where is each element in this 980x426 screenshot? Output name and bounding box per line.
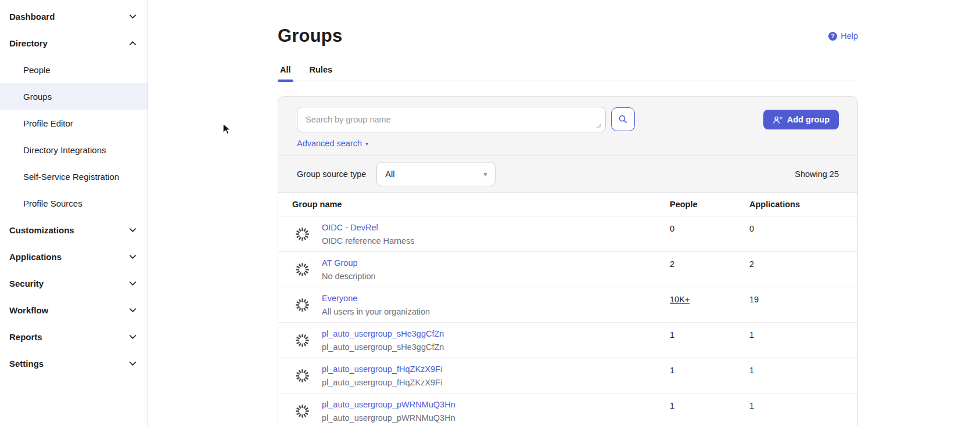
sidebar-item-label: Settings	[9, 359, 44, 369]
group-description: OIDC reference Harness	[322, 235, 415, 247]
sidebar-item-security[interactable]: Security	[0, 270, 148, 297]
people-count[interactable]: 10K+	[670, 293, 749, 305]
tab-bar: All Rules	[278, 62, 858, 81]
add-group-label: Add group	[787, 115, 830, 124]
group-icon	[295, 333, 310, 348]
sidebar-item-label: People	[23, 65, 51, 75]
sidebar-item-people[interactable]: People	[0, 56, 148, 83]
sidebar-item-label: Profile Sources	[23, 198, 82, 208]
chevron-down-icon	[128, 279, 137, 288]
search-section: Add group Advanced search ▾	[278, 97, 857, 156]
table-row: pl_auto_usergroup_fHqZKzX9Fi pl_auto_use…	[278, 358, 857, 393]
chevron-down-icon	[128, 226, 137, 234]
add-user-icon	[773, 115, 782, 124]
sidebar-item-self-service-registration[interactable]: Self-Service Registration	[0, 163, 148, 190]
group-name-link[interactable]: pl_auto_usergroup_sHe3ggCfZn	[322, 328, 444, 340]
selected-option: All	[385, 169, 394, 179]
page-title: Groups	[278, 26, 342, 46]
applications-count: 1	[749, 399, 843, 411]
advanced-search-link[interactable]: Advanced search ▾	[297, 139, 368, 148]
applications-count: 1	[749, 363, 843, 376]
help-icon: ?	[828, 32, 837, 41]
chevron-down-icon	[128, 306, 137, 315]
sidebar-item-reports[interactable]: Reports	[0, 323, 148, 350]
group-name-link[interactable]: pl_auto_usergroup_fHqZKzX9Fi	[322, 363, 442, 375]
sidebar-item-label: Groups	[23, 92, 52, 102]
people-count: 1	[670, 328, 749, 341]
sidebar-item-label: Security	[9, 279, 44, 288]
table-row: Everyone All users in your organization …	[278, 287, 857, 322]
help-link[interactable]: ? Help	[828, 31, 858, 41]
people-count: 2	[670, 257, 749, 270]
sidebar-item-applications[interactable]: Applications	[0, 243, 148, 270]
tab-rules[interactable]: Rules	[307, 62, 335, 81]
sidebar-item-customizations[interactable]: Customizations	[0, 216, 148, 243]
caret-down-icon: ▾	[365, 140, 368, 147]
applications-count: 0	[749, 222, 843, 234]
chevron-down-icon	[128, 359, 137, 368]
resize-grip-icon[interactable]	[597, 123, 602, 128]
group-name-link[interactable]: AT Group	[322, 257, 376, 269]
search-button[interactable]	[611, 107, 635, 131]
sidebar-item-settings[interactable]: Settings	[0, 350, 148, 377]
applications-count: 1	[749, 328, 843, 341]
group-description: pl_auto_usergroup_pWRNMuQ3Hn	[322, 412, 455, 424]
table-header: Group name People Applications	[278, 193, 857, 216]
sidebar-item-label: Workflow	[9, 305, 48, 315]
sidebar-item-profile-sources[interactable]: Profile Sources	[0, 190, 148, 216]
search-input[interactable]	[297, 107, 606, 132]
okta-admin-groups-page: Dashboard Directory People Groups Profil…	[0, 0, 980, 426]
chevron-down-icon	[128, 333, 137, 341]
groups-panel: Add group Advanced search ▾ Group source…	[278, 96, 858, 426]
people-count: 0	[670, 222, 749, 234]
applications-count: 2	[749, 257, 843, 270]
sidebar-item-label: Applications	[9, 252, 62, 262]
sidebar-item-label: Directory	[9, 38, 48, 48]
group-name-link[interactable]: OIDC - DevRel	[322, 222, 415, 233]
chevron-down-icon	[128, 252, 137, 261]
group-icon	[295, 262, 310, 277]
chevron-down-icon	[128, 12, 137, 21]
help-label: Help	[841, 31, 858, 41]
sidebar-item-groups[interactable]: Groups	[0, 83, 148, 110]
group-icon	[295, 297, 310, 313]
group-description: pl_auto_usergroup_fHqZKzX9Fi	[322, 377, 442, 388]
table-row: pl_auto_usergroup_sHe3ggCfZn pl_auto_use…	[278, 322, 857, 358]
sidebar-item-profile-editor[interactable]: Profile Editor	[0, 110, 148, 136]
group-icon	[295, 226, 310, 242]
sidebar-item-directory-integrations[interactable]: Directory Integrations	[0, 136, 148, 163]
people-count: 1	[670, 399, 749, 411]
main-content: Groups ? Help All Rules	[149, 0, 980, 426]
group-source-type-label: Group source type	[297, 169, 366, 179]
group-name-link[interactable]: Everyone	[322, 293, 430, 304]
filter-section: Group source type All ▼ Showing 25	[278, 156, 857, 193]
sidebar-item-directory[interactable]: Directory	[0, 30, 148, 56]
sidebar-item-label: Reports	[9, 332, 42, 342]
table-row: pl_auto_usergroup_pWRNMuQ3Hn pl_auto_use…	[278, 393, 857, 426]
tab-all[interactable]: All	[278, 62, 293, 81]
caret-down-icon: ▼	[482, 171, 488, 178]
sidebar-item-label: Dashboard	[9, 12, 55, 21]
showing-count: Showing 25	[795, 169, 839, 179]
applications-count: 19	[749, 293, 843, 305]
sidebar-item-label: Customizations	[9, 225, 74, 235]
table-row: OIDC - DevRel OIDC reference Harness 0 0	[278, 216, 857, 251]
group-description: No description	[322, 270, 376, 282]
column-header-applications: Applications	[749, 200, 843, 209]
add-group-button[interactable]: Add group	[763, 110, 839, 129]
sidebar-item-label: Profile Editor	[23, 118, 73, 128]
sidebar-item-dashboard[interactable]: Dashboard	[0, 3, 148, 30]
group-name-link[interactable]: pl_auto_usergroup_pWRNMuQ3Hn	[322, 399, 455, 410]
group-description: All users in your organization	[322, 306, 430, 317]
sidebar: Dashboard Directory People Groups Profil…	[0, 0, 148, 426]
group-source-type-select[interactable]: All ▼	[376, 162, 496, 186]
sidebar-item-label: Directory Integrations	[23, 145, 106, 155]
sidebar-item-label: Self-Service Registration	[23, 172, 119, 182]
sidebar-item-workflow[interactable]: Workflow	[0, 297, 148, 323]
table-row: AT Group No description 2 2	[278, 251, 857, 287]
group-icon	[295, 403, 310, 419]
column-header-group-name: Group name	[292, 200, 670, 209]
search-icon	[618, 114, 628, 124]
chevron-up-icon	[128, 39, 137, 48]
column-header-people: People	[670, 200, 749, 209]
